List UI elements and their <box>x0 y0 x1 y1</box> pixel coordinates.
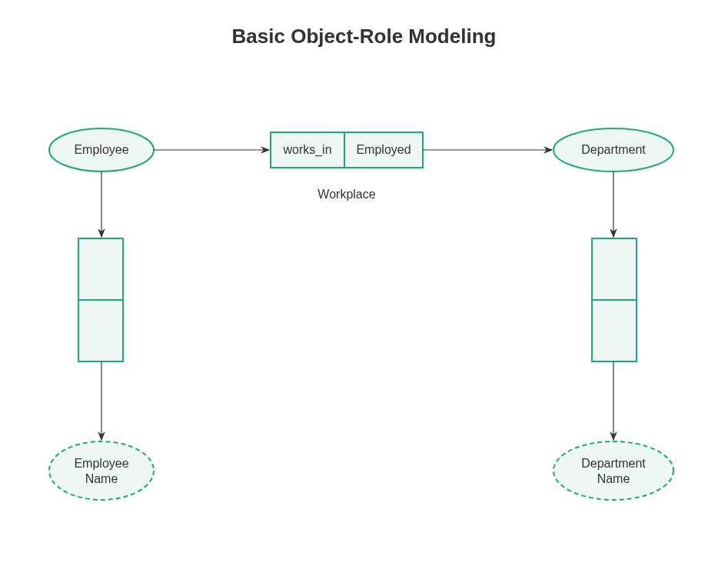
role-department-has-2 <box>592 300 637 361</box>
value-department-name-l2: Name <box>597 472 630 485</box>
value-department-name-l1: Department <box>581 457 646 470</box>
value-department-name <box>553 441 673 500</box>
role-department-has-1 <box>592 238 637 300</box>
role-employed-label: Employed <box>356 143 411 156</box>
orm-diagram-canvas: Employee Department works_in Employed Wo… <box>0 0 728 566</box>
value-employee-name-l1: Employee <box>74 457 128 470</box>
role-works-in-label: works_in <box>282 143 331 157</box>
role-employee-has-1 <box>78 238 123 300</box>
value-employee-name <box>49 441 154 500</box>
entity-department-label: Department <box>581 143 646 156</box>
role-employee-has-2 <box>78 300 123 361</box>
value-employee-name-l2: Name <box>85 472 118 485</box>
entity-employee-label: Employee <box>74 143 128 156</box>
fact-workplace-label: Workplace <box>317 188 375 201</box>
